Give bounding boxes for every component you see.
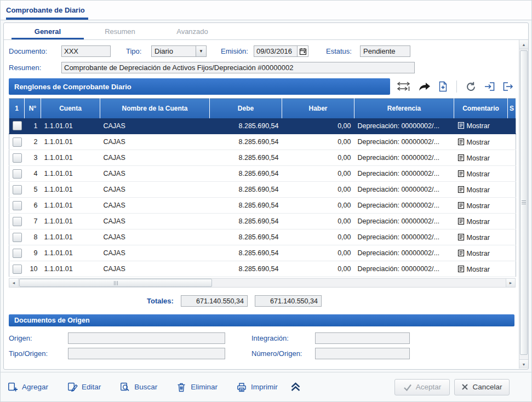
table-row[interactable]: 11.1.01.01CAJAS8.285.690,540,00Depreciac… (9, 118, 516, 134)
col-header-cuenta[interactable]: Cuenta (41, 99, 100, 118)
row-selector[interactable] (13, 217, 22, 226)
down-arrow-icon[interactable]: ▼ (519, 359, 528, 369)
row-selector[interactable] (13, 265, 22, 274)
mostrar-link[interactable]: Mostrar (467, 234, 490, 242)
row-selector[interactable] (13, 153, 22, 163)
nombre-cell: CAJAS (100, 118, 210, 134)
hscroll-thumb[interactable] (19, 279, 212, 287)
numero-origen-input[interactable] (315, 348, 410, 359)
aceptar-button[interactable]: Aceptar (394, 379, 450, 395)
left-arrow-icon[interactable]: ◄ (9, 279, 19, 287)
export-icon[interactable] (502, 81, 514, 92)
edit-document-icon (67, 382, 78, 393)
table-row[interactable]: 61.1.01.01CAJAS8.285.690,540,00Depreciac… (9, 198, 516, 214)
comentario-cell: Mostrar (454, 261, 508, 277)
mostrar-link[interactable]: Mostrar (467, 186, 490, 194)
comentario-cell: Mostrar (454, 229, 508, 245)
imprimir-button[interactable]: Imprimir (236, 382, 278, 393)
col-header-num[interactable]: N° (25, 99, 41, 118)
col-header-haber[interactable]: Haber (282, 99, 354, 118)
tab-resumen-label: Resumen (105, 27, 135, 36)
horizontal-scrollbar[interactable]: ◄ ► (9, 278, 516, 288)
mostrar-link[interactable]: Mostrar (467, 154, 490, 162)
nombre-cell: CAJAS (100, 150, 210, 166)
table-row[interactable]: 31.1.01.01CAJAS8.285.690,540,00Depreciac… (9, 150, 516, 166)
note-icon (457, 265, 465, 273)
buscar-button[interactable]: Buscar (119, 382, 157, 393)
renglones-table: 1 N° Cuenta Nombre de la Cuenta Debe Hab… (9, 98, 516, 277)
table-row[interactable]: 41.1.01.01CAJAS8.285.690,540,00Depreciac… (9, 166, 516, 182)
row-selector[interactable] (13, 169, 22, 179)
vertical-scrollbar[interactable]: ▲ ▼ (519, 40, 528, 369)
row-selector[interactable] (13, 185, 22, 194)
mostrar-link[interactable]: Mostrar (467, 218, 490, 226)
haber-cell: 0,00 (282, 245, 354, 261)
origen-row-1: Origen: Integración: (9, 332, 514, 344)
tipo-select[interactable]: Diario (151, 45, 196, 57)
calendar-button[interactable] (298, 45, 308, 57)
editar-button[interactable]: Editar (67, 382, 101, 393)
tab-general[interactable]: General (12, 23, 84, 39)
row-selector[interactable] (13, 249, 22, 258)
tipo-dropdown-button[interactable]: ▼ (196, 45, 207, 57)
tab-resumen[interactable]: Resumen (84, 23, 156, 39)
refresh-icon[interactable] (465, 81, 477, 93)
numero-origen-label: Número/Origen: (251, 349, 315, 358)
import-icon[interactable] (484, 81, 495, 92)
fit-columns-icon[interactable] (396, 81, 411, 92)
mostrar-link[interactable]: Mostrar (467, 170, 490, 178)
col-header-nombre[interactable]: Nombre de la Cuenta (100, 99, 210, 118)
haber-cell: 0,00 (282, 261, 354, 277)
thumb-grip (522, 200, 526, 205)
mostrar-link[interactable]: Mostrar (467, 266, 490, 273)
col-header-referencia[interactable]: Referencia (354, 99, 454, 118)
mostrar-link[interactable]: Mostrar (467, 122, 490, 130)
row-selector[interactable] (13, 201, 22, 210)
forward-arrow-icon[interactable] (418, 82, 431, 91)
col-header-comentario[interactable]: Comentario (454, 99, 508, 118)
documento-input[interactable] (61, 45, 111, 57)
table-row[interactable]: 101.1.01.01CAJAS8.285.690,540,00Deprecia… (9, 261, 516, 277)
up-arrow-icon[interactable]: ▲ (519, 40, 528, 49)
origen-input[interactable] (68, 332, 225, 344)
note-icon (457, 154, 465, 162)
tab-comprobante-de-diario[interactable]: Comprobante de Diario (6, 5, 88, 20)
row-selector[interactable] (13, 233, 22, 242)
col-header-debe[interactable]: Debe (210, 99, 282, 118)
integracion-input[interactable] (315, 332, 410, 344)
note-icon (457, 233, 465, 241)
resumen-input[interactable] (61, 62, 415, 73)
mostrar-link[interactable]: Mostrar (467, 202, 490, 210)
vscroll-thumb[interactable] (520, 50, 528, 355)
table-row[interactable]: 91.1.01.01CAJAS8.285.690,540,00Depreciac… (9, 245, 516, 261)
table-row[interactable]: 71.1.01.01CAJAS8.285.690,540,00Depreciac… (9, 214, 516, 229)
right-arrow-icon[interactable]: ► (506, 279, 515, 287)
add-document-icon[interactable] (438, 81, 448, 92)
estatus-value: Pendiente (360, 45, 410, 57)
row-selector[interactable] (13, 137, 22, 147)
row-number: 8 (25, 229, 41, 245)
referencia-cell: Depreciación: 00000002/... (354, 214, 454, 229)
referencia-cell: Depreciación: 00000002/... (354, 118, 454, 134)
col-header-sel[interactable]: 1 (9, 99, 25, 118)
agregar-button[interactable]: Agregar (7, 382, 48, 393)
table-row[interactable]: 51.1.01.01CAJAS8.285.690,540,00Depreciac… (9, 182, 516, 198)
eliminar-button[interactable]: Eliminar (176, 382, 218, 393)
table-row[interactable]: 81.1.01.01CAJAS8.285.690,540,00Depreciac… (9, 229, 516, 245)
cancelar-label: Cancelar (472, 383, 502, 391)
row-selector[interactable] (13, 121, 22, 130)
chevron-down-icon: ▼ (199, 49, 203, 54)
mostrar-link[interactable]: Mostrar (467, 250, 490, 257)
row-number: 4 (25, 166, 41, 182)
total-debe: 671.140.550,34 (181, 295, 248, 307)
tipo-origen-input[interactable] (68, 348, 225, 359)
cancelar-button[interactable]: Cancelar (454, 379, 510, 395)
table-row[interactable]: 21.1.01.01CAJAS8.285.690,540,00Depreciac… (9, 134, 516, 150)
col-header-extra[interactable]: S (508, 99, 516, 118)
collapse-button[interactable] (290, 382, 301, 392)
tab-avanzado[interactable]: Avanzado (156, 23, 228, 39)
renglones-section-header: Renglones de Comprobante Diario (9, 78, 390, 95)
emision-input[interactable] (254, 45, 298, 57)
mostrar-link[interactable]: Mostrar (467, 139, 490, 146)
table-header: 1 N° Cuenta Nombre de la Cuenta Debe Hab… (9, 99, 516, 118)
